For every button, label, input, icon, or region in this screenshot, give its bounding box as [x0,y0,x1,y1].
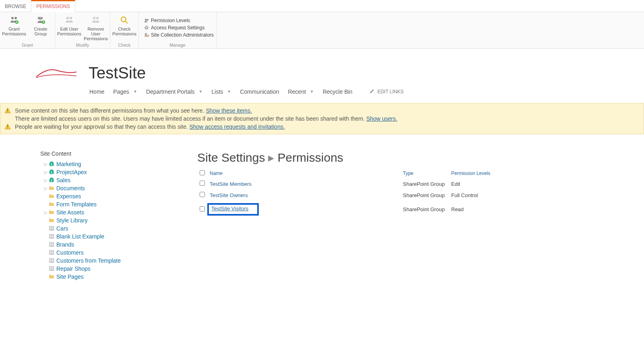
ribbon-group-grant-label: Grant [22,43,33,47]
ribbon-link-permission-levels[interactable]: Permission Levels [144,18,214,23]
row-permission: Full Control [449,189,503,201]
sidebar-item-blank-list-example[interactable]: Blank List Example [40,232,141,241]
sidebar-item-customers[interactable]: Customers [40,249,141,257]
nav-communication[interactable]: Communication [240,88,279,95]
row-checkbox[interactable] [200,181,205,186]
users-plus-icon [9,14,19,26]
sidebar-item-form-templates[interactable]: Form Templates [40,200,141,208]
content-panel: Site Settings▸Permissions Name Type Perm… [197,150,644,281]
table-row: TestSite OwnersSharePoint GroupFull Cont… [197,189,503,201]
tree-expander-icon[interactable]: ▷ [44,178,48,183]
notification-row: !Some content on this site has different… [4,107,640,115]
column-permission-levels[interactable]: Permission Levels [449,169,503,178]
group-link-testsite-members[interactable]: TestSite Members [210,181,252,187]
list-icon [49,250,55,255]
notification-link[interactable]: Show access requests and invitations. [189,123,285,130]
sidebar-title: Site Content [40,150,141,157]
breadcrumb: Site Settings▸Permissions [197,150,644,165]
ribbon-link-access-request-settings[interactable]: Access Request Settings [144,25,214,31]
ribbon-group-check: CheckPermissions Check [110,12,139,48]
svg-point-16 [147,35,149,37]
ribbon-group-modify-label: Modify [76,43,89,47]
admin-small-icon [144,32,149,38]
ribbon-btn-create-group[interactable]: CreateGroup [29,14,52,42]
list-icon [49,242,55,247]
column-type[interactable]: Type [400,169,449,178]
sidebar-item-site-pages[interactable]: Site Pages [40,273,141,281]
sidebar-item-repair-shops[interactable]: Repair Shops [40,265,141,273]
sidebar-item-marketing[interactable]: ▷SMarketing [40,160,141,168]
site-header: TestSite [0,49,644,85]
site-icon: S [49,169,55,175]
sidebar-item-site-assets[interactable]: ▷Site Assets [40,208,141,216]
chevron-down-icon: ▼ [310,89,314,94]
tree-expander-icon[interactable]: ▷ [44,162,48,167]
tree-expander-icon[interactable]: ▷ [44,170,48,175]
sidebar-item-brands[interactable]: Brands [40,241,141,249]
nav-recycle-bin[interactable]: Recycle Bin [323,88,353,95]
ribbon-btn-edit-user-permissions[interactable]: Edit UserPermissions [58,14,81,42]
users-gray-icon [91,14,101,26]
column-name[interactable]: Name [207,169,400,178]
tree-expander-icon[interactable]: ▷ [44,210,48,215]
row-permission: Edit [449,178,503,189]
ribbon-link-site-collection-administrators[interactable]: Site Collection Administrators [144,32,214,38]
table-row: TestSite MembersSharePoint GroupEdit [197,178,503,189]
svg-point-12 [145,19,147,21]
sidebar: Site Content ▷SMarketing▷SProjectApex▷SS… [40,150,141,281]
sidebar-item-projectapex[interactable]: ▷SProjectApex [40,168,141,176]
row-checkbox[interactable] [200,192,205,197]
ribbon-group-manage-label: Manage [169,43,186,47]
sidebar-item-style-library[interactable]: Style Library [40,216,141,224]
svg-point-7 [66,17,69,19]
list-icon [49,266,55,271]
highlighted-selection: TestSite Visitors [207,203,259,216]
nav-lists[interactable]: Lists▼ [211,88,231,95]
sidebar-item-expenses[interactable]: Expenses [40,192,141,200]
notification-link[interactable]: Show these items. [206,107,252,114]
tree-expander-icon[interactable]: ▷ [44,186,48,191]
tab-browse[interactable]: BROWSE [0,0,31,12]
sidebar-item-sales[interactable]: ▷SSales [40,176,141,184]
permissions-table: Name Type Permission Levels TestSite Mem… [197,169,503,218]
ribbon-btn-remove-user-permissions[interactable]: Remove UserPermissions [84,14,107,42]
svg-text:!: ! [7,125,8,129]
ribbon-group-manage: Permission LevelsAccess Request Settings… [139,12,217,48]
tab-permissions[interactable]: PERMISSIONS [31,0,75,12]
nav-pages[interactable]: Pages▼ [113,88,137,95]
select-all-checkbox[interactable] [200,170,205,175]
sidebar-item-customers-from-template[interactable]: Customers from Template [40,257,141,265]
svg-point-9 [93,17,95,19]
sidebar-item-documents[interactable]: ▷Documents [40,184,141,192]
notification-row: !People are waiting for your approval so… [4,123,640,131]
group-link-testsite-owners[interactable]: TestSite Owners [210,192,248,198]
sidebar-item-cars[interactable]: Cars [40,224,141,232]
row-type: SharePoint Group [400,201,449,218]
ribbon-btn-grant-permissions[interactable]: GrantPermissions [2,14,26,42]
svg-point-14 [145,27,147,29]
top-nav: HomePages▼Department Portals▼Lists▼Commu… [0,85,644,99]
ribbon-group-modify: Edit UserPermissionsRemove UserPermissio… [55,12,110,48]
site-title: TestSite [89,64,146,82]
ribbon-group-check-label: Check [118,43,130,47]
breadcrumb-site-settings[interactable]: Site Settings [197,151,265,164]
users-gray-icon [64,14,74,26]
nav-department-portals[interactable]: Department Portals▼ [146,88,203,95]
svg-text:!: ! [7,109,8,113]
folder-icon [49,193,55,199]
group-link-testsite-visitors[interactable]: TestSite Visitors [211,206,248,212]
svg-point-5 [39,18,41,20]
notification-link[interactable]: Show users. [366,115,397,122]
gear-small-icon [144,25,149,31]
row-permission: Read [449,201,503,218]
svg-point-0 [11,17,14,19]
nav-recent[interactable]: Recent▼ [288,88,314,95]
svg-point-10 [96,17,99,19]
edit-links-button[interactable]: EDIT LINKS [369,88,404,95]
ribbon-btn-check-permissions[interactable]: CheckPermissions [113,14,136,42]
folder-icon [49,185,55,191]
row-checkbox[interactable] [200,206,205,212]
nav-home[interactable]: Home [89,88,104,95]
svg-point-1 [14,17,17,19]
folder-icon [49,210,55,215]
